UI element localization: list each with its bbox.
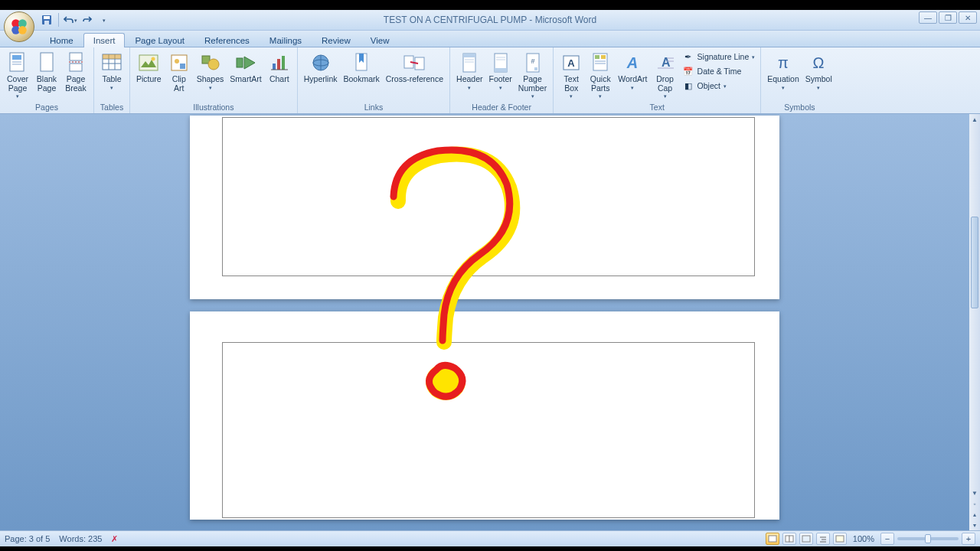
smartart-icon xyxy=(234,51,257,74)
date-icon: 📅 xyxy=(682,65,694,77)
crossref-icon xyxy=(403,51,426,74)
table-button[interactable]: Table▾ xyxy=(98,50,126,93)
vertical-scrollbar[interactable]: ▲ ▼ ◦ ▴ ▾ xyxy=(969,114,980,530)
fullscreen-reading-view[interactable] xyxy=(782,533,796,545)
office-button[interactable] xyxy=(4,11,34,42)
tab-pagelayout[interactable]: Page Layout xyxy=(125,33,194,47)
clipart-button[interactable]: Clip Art xyxy=(165,50,193,94)
svg-rect-68 xyxy=(786,536,789,542)
svg-text:A: A xyxy=(568,57,576,69)
dropcap-button[interactable]: ADrop Cap▾ xyxy=(652,50,679,101)
picture-button[interactable]: Picture xyxy=(134,50,164,86)
page-break-button[interactable]: Page Break xyxy=(62,50,90,94)
redo-button[interactable] xyxy=(80,13,94,27)
page-break-icon xyxy=(64,51,87,74)
page-top[interactable] xyxy=(190,116,779,299)
svg-rect-11 xyxy=(41,53,53,71)
scroll-thumb[interactable] xyxy=(971,217,978,308)
svg-rect-10 xyxy=(12,64,21,65)
svg-rect-13 xyxy=(70,64,82,71)
textbox-1[interactable] xyxy=(222,117,755,276)
crossref-button[interactable]: Cross-reference xyxy=(384,50,446,86)
window-title: TEST ON A CENTRIFUGAL PUMP - Microsoft W… xyxy=(384,15,596,25)
svg-text:π: π xyxy=(778,54,789,71)
svg-text:Ω: Ω xyxy=(813,54,825,71)
svg-rect-52 xyxy=(534,67,537,70)
symbol-button[interactable]: ΩSymbol▾ xyxy=(803,50,835,93)
svg-rect-9 xyxy=(12,61,21,63)
outline-view[interactable] xyxy=(816,533,830,545)
prev-page[interactable]: ▴ xyxy=(969,509,980,520)
web-layout-view[interactable] xyxy=(799,533,813,545)
footer-button[interactable]: Footer▾ xyxy=(487,50,514,93)
wordart-button[interactable]: AWordArt▾ xyxy=(616,50,649,93)
blank-page-button[interactable]: Blank Page xyxy=(33,50,60,94)
tab-insert[interactable]: Insert xyxy=(83,33,126,47)
pagenumber-button[interactable]: #Page Number▾ xyxy=(516,50,549,101)
svg-rect-58 xyxy=(595,60,606,62)
svg-text:#: # xyxy=(531,57,534,65)
ribbon-tabs: Home Insert Page Layout References Maili… xyxy=(0,31,980,47)
date-time-button[interactable]: 📅Date & Time xyxy=(681,64,757,78)
web-icon xyxy=(802,535,811,543)
svg-rect-5 xyxy=(44,16,50,19)
svg-rect-57 xyxy=(601,55,606,59)
tab-home[interactable]: Home xyxy=(40,33,83,47)
maximize-button[interactable]: ❐ xyxy=(939,11,957,24)
zoom-thumb[interactable] xyxy=(925,534,931,543)
bookmark-button[interactable]: Bookmark xyxy=(341,50,382,86)
page-bottom[interactable] xyxy=(190,311,779,520)
group-illustrations: Picture Clip Art Shapes▾ SmartArt Chart … xyxy=(130,47,298,113)
tab-references[interactable]: References xyxy=(194,33,260,47)
signature-line-button[interactable]: ✒Signature Line▾ xyxy=(681,50,757,64)
draft-icon xyxy=(835,535,844,543)
svg-rect-33 xyxy=(282,56,285,70)
next-page[interactable]: ▾ xyxy=(969,520,980,530)
tab-review[interactable]: Review xyxy=(312,33,361,47)
svg-point-28 xyxy=(208,59,219,70)
signature-icon: ✒ xyxy=(682,51,694,63)
chart-icon xyxy=(268,51,291,74)
qat-customize[interactable]: ▾ xyxy=(97,13,111,27)
zoom-out[interactable]: − xyxy=(880,533,894,545)
object-button[interactable]: ◧Object▾ xyxy=(681,79,757,93)
proofing-icon[interactable]: ✗ xyxy=(111,534,118,544)
wordart-icon: A xyxy=(621,51,644,74)
draft-view[interactable] xyxy=(833,533,847,545)
hyperlink-button[interactable]: Hyperlink xyxy=(302,50,340,86)
textbox-icon: A xyxy=(560,51,583,74)
browse-object[interactable]: ◦ xyxy=(969,498,980,509)
group-tables: Table▾ Tables xyxy=(94,47,130,113)
textbox-2[interactable] xyxy=(222,342,755,518)
textbox-button[interactable]: AText Box▾ xyxy=(557,50,585,101)
chart-button[interactable]: Chart xyxy=(266,50,293,86)
document-area[interactable]: ▲ ▼ ◦ ▴ ▾ xyxy=(0,114,980,530)
svg-rect-21 xyxy=(139,55,158,70)
svg-rect-47 xyxy=(495,68,507,72)
zoom-level[interactable]: 100% xyxy=(853,534,874,543)
scroll-track[interactable] xyxy=(969,125,980,487)
quickparts-button[interactable]: Quick Parts▾ xyxy=(586,50,614,101)
save-button[interactable] xyxy=(40,13,54,27)
cover-page-button[interactable]: Cover Page▾ xyxy=(4,50,31,101)
header-button[interactable]: Header▾ xyxy=(454,50,485,93)
symbol-icon: Ω xyxy=(807,51,830,74)
zoom-slider[interactable] xyxy=(897,537,959,540)
printlayout-icon xyxy=(768,535,777,543)
print-layout-view[interactable] xyxy=(766,533,779,545)
close-button[interactable]: ✕ xyxy=(959,11,977,24)
zoom-in[interactable]: + xyxy=(962,533,975,545)
titlebar: ▾ ▾ TEST ON A CENTRIFUGAL PUMP - Microso… xyxy=(0,10,980,31)
page-indicator[interactable]: Page: 3 of 5 xyxy=(5,534,50,543)
scroll-down[interactable]: ▼ xyxy=(969,487,980,498)
undo-button[interactable]: ▾ xyxy=(64,13,77,27)
shapes-button[interactable]: Shapes▾ xyxy=(194,50,227,93)
equation-button[interactable]: πEquation▾ xyxy=(765,50,801,93)
tab-mailings[interactable]: Mailings xyxy=(260,33,312,47)
word-count[interactable]: Words: 235 xyxy=(59,534,102,543)
scroll-up[interactable]: ▲ xyxy=(969,114,980,125)
minimize-button[interactable]: ― xyxy=(919,11,937,24)
tab-view[interactable]: View xyxy=(361,33,400,47)
table-icon xyxy=(100,51,123,74)
smartart-button[interactable]: SmartArt xyxy=(227,50,263,86)
